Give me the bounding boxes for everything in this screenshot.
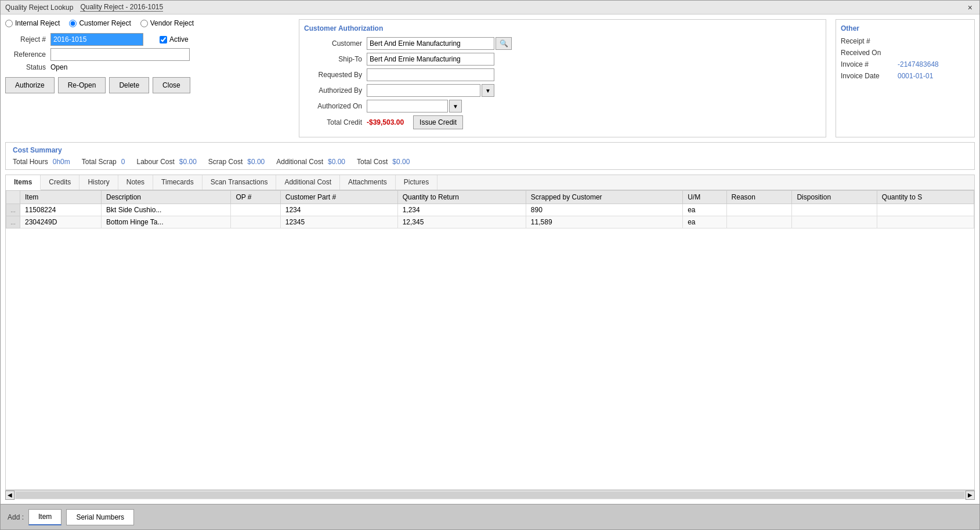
scroll-track[interactable] <box>16 492 964 499</box>
tabs-section: Items Credits History Notes Timecards Sc… <box>5 175 975 490</box>
customer-row: Customer Bert And Ernie Manufacturing 🔍 <box>304 37 821 50</box>
total-credit-label: Total Credit <box>304 118 362 126</box>
total-credit-row: Total Credit -$39,503.00 Issue Credit <box>304 115 821 129</box>
row-indicator: ... <box>6 204 20 216</box>
close-button[interactable]: Close <box>153 77 190 93</box>
col-disposition: Disposition <box>792 191 877 204</box>
tab-scan-transactions[interactable]: Scan Transactions <box>202 175 277 190</box>
col-op: OP # <box>231 191 280 204</box>
items-table-body: ... 11508224 Bkt Side Cushio... 1234 1,2… <box>6 204 974 228</box>
additional-cost-item: Additional Cost $0.00 <box>276 158 345 166</box>
total-scrap-value: 0 <box>121 158 125 166</box>
tab-additional-cost[interactable]: Additional Cost <box>276 175 340 190</box>
cell-item: 2304249D <box>20 216 102 228</box>
customer-search-button[interactable]: 🔍 <box>496 37 512 50</box>
cost-row: Total Hours 0h0m Total Scrap 0 Labour Co… <box>13 158 967 166</box>
authorized-on-dropdown[interactable]: ▼ <box>449 100 462 112</box>
table-row: ... 11508224 Bkt Side Cushio... 1234 1,2… <box>6 204 974 216</box>
tab-credits[interactable]: Credits <box>41 175 79 190</box>
cell-um: ea <box>683 204 726 216</box>
tab-pictures[interactable]: Pictures <box>396 175 437 190</box>
cell-qty-return: 12,345 <box>397 216 526 228</box>
invoice-value: -2147483648 <box>898 60 939 68</box>
internal-reject-option[interactable]: Internal Reject <box>5 19 60 27</box>
scrap-cost-item: Scrap Cost $0.00 <box>208 158 265 166</box>
cell-description: Bkt Side Cushio... <box>102 204 231 216</box>
requested-by-row: Requested By <box>304 68 821 81</box>
reject-number-row: Reject # Active <box>5 33 290 46</box>
total-cost-value: $0.00 <box>392 158 410 166</box>
cell-description: Bottom Hinge Ta... <box>102 216 231 228</box>
customer-auth-panel: Customer Authorization Customer Bert And… <box>299 19 826 137</box>
row-indicator: ... <box>6 216 20 228</box>
reference-input[interactable] <box>50 48 190 61</box>
horizontal-scrollbar[interactable]: ◀ ▶ <box>5 490 975 499</box>
vendor-reject-radio[interactable] <box>140 20 148 27</box>
customer-auth-title: Customer Authorization <box>304 24 821 32</box>
main-window: Quality Reject Lookup Quality Reject - 2… <box>0 0 980 530</box>
cell-scrapped-by-customer: 890 <box>526 204 682 216</box>
tab-attachments[interactable]: Attachments <box>340 175 396 190</box>
reject-type-group: Internal Reject Customer Reject Vendor R… <box>5 19 290 27</box>
total-scrap-label: Total Scrap <box>82 158 117 166</box>
title-bar: Quality Reject Lookup Quality Reject - 2… <box>1 1 979 14</box>
authorized-by-label: Authorized By <box>304 86 362 95</box>
labour-cost-value: $0.00 <box>179 158 197 166</box>
tab-timecards[interactable]: Timecards <box>153 175 202 190</box>
col-qty-return: Quantity to Return <box>397 191 526 204</box>
action-buttons: Authorize Re-Open Delete Close <box>5 77 290 93</box>
total-scrap-item: Total Scrap 0 <box>82 158 125 166</box>
items-table-container: Item Description OP # Customer Part # Qu… <box>6 190 974 489</box>
title-bar-left: Quality Reject Lookup Quality Reject - 2… <box>5 3 163 12</box>
additional-cost-label: Additional Cost <box>276 158 323 166</box>
internal-reject-radio[interactable] <box>5 20 13 27</box>
total-hours-value: 0h0m <box>53 158 70 166</box>
authorized-by-input[interactable] <box>367 84 480 97</box>
invoice-row: Invoice # -2147483648 <box>841 60 970 68</box>
total-hours-label: Total Hours <box>13 158 48 166</box>
customer-select[interactable]: Bert And Ernie Manufacturing <box>367 37 494 50</box>
add-label: Add : <box>8 513 24 521</box>
delete-button[interactable]: Delete <box>109 77 149 93</box>
customer-reject-label: Customer Reject <box>79 19 131 27</box>
issue-credit-button[interactable]: Issue Credit <box>413 115 463 129</box>
reopen-button[interactable]: Re-Open <box>58 77 106 93</box>
col-reason: Reason <box>726 191 792 204</box>
other-panel: Other Receipt # Received On Invoice # -2… <box>836 19 975 137</box>
vendor-reject-option[interactable]: Vendor Reject <box>140 19 194 27</box>
col-customer-part: Customer Part # <box>280 191 397 204</box>
authorized-by-wrap: ▼ <box>367 84 494 97</box>
active-checkbox[interactable] <box>160 36 167 43</box>
cell-customer-part: 12345 <box>280 216 397 228</box>
cell-op <box>231 204 280 216</box>
authorized-on-input[interactable] <box>367 100 448 112</box>
authorized-by-dropdown[interactable]: ▼ <box>482 84 494 97</box>
cell-reason <box>726 216 792 228</box>
reject-number-label: Reject # <box>5 35 46 43</box>
customer-reject-option[interactable]: Customer Reject <box>69 19 131 27</box>
other-title: Other <box>841 24 970 32</box>
total-cost-item: Total Cost $0.00 <box>357 158 410 166</box>
add-item-button[interactable]: Item <box>28 509 62 525</box>
tab-notes[interactable]: Notes <box>118 175 153 190</box>
authorize-button[interactable]: Authorize <box>5 77 55 93</box>
add-serial-numbers-button[interactable]: Serial Numbers <box>66 509 134 525</box>
cell-qty-s <box>877 216 974 228</box>
col-indicator <box>6 191 20 204</box>
scroll-right-button[interactable]: ▶ <box>965 491 975 500</box>
scrap-cost-value: $0.00 <box>247 158 265 166</box>
tab-history[interactable]: History <box>79 175 118 190</box>
requested-by-input[interactable] <box>367 68 494 81</box>
authorized-on-row: Authorized On ▼ <box>304 100 821 112</box>
additional-cost-value: $0.00 <box>328 158 345 166</box>
cell-qty-s <box>877 204 974 216</box>
received-on-row: Received On <box>841 49 970 57</box>
scroll-left-button[interactable]: ◀ <box>5 491 15 500</box>
labour-cost-item: Labour Cost $0.00 <box>136 158 196 166</box>
ship-to-select[interactable]: Bert And Ernie Manufacturing <box>367 53 494 66</box>
customer-reject-radio[interactable] <box>69 20 77 27</box>
col-qty-s: Quantity to S <box>877 191 974 204</box>
close-window-button[interactable]: × <box>965 3 975 12</box>
tab-items[interactable]: Items <box>6 175 41 190</box>
reject-number-input[interactable] <box>50 33 143 46</box>
